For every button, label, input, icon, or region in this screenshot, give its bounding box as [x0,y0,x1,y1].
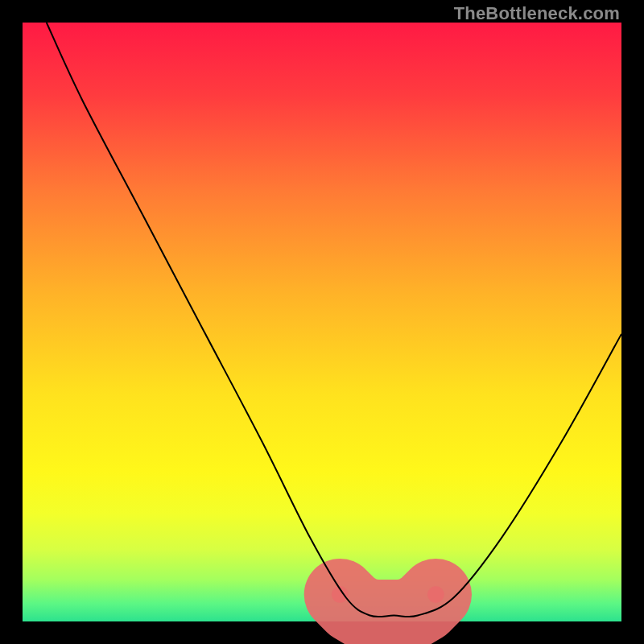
plot-area [23,23,621,621]
chart-frame: TheBottleneck.com [0,0,644,644]
bottleneck-curve [47,23,621,617]
svg-point-2 [427,586,444,603]
watermark-text: TheBottleneck.com [454,3,620,24]
chart-svg [23,23,621,621]
